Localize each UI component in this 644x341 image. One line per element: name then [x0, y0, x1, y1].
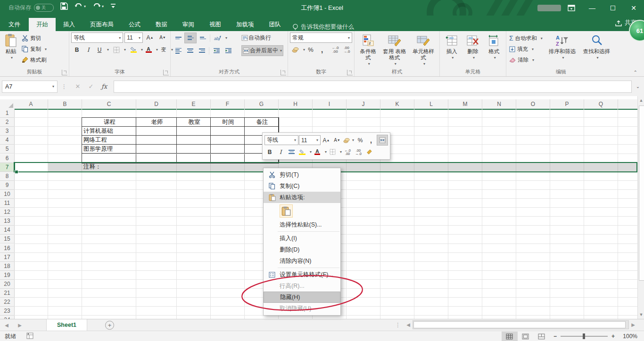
menu-item-hide[interactable]: 隐藏(H)	[264, 292, 340, 303]
ribbon-tab-5[interactable]: 数据	[148, 18, 175, 31]
format-cells-button[interactable]: 格式 ▾	[485, 32, 503, 68]
mini-decrease-decimal-button[interactable]: .00→.0	[353, 147, 363, 157]
mini-font-size-combo[interactable]: 11▾	[299, 135, 321, 145]
comma-style-button[interactable]: ,	[316, 45, 328, 55]
paste-option-keep-formatting-button[interactable]	[280, 204, 293, 218]
menu-item-cut[interactable]: 剪切(T)	[264, 169, 340, 180]
zoom-track[interactable]	[561, 336, 608, 337]
ribbon-tab-6[interactable]: 审阅	[175, 18, 202, 31]
underline-dropdown-icon[interactable]: ▾	[107, 48, 109, 52]
row-header-1[interactable]: 1	[0, 109, 15, 118]
fill-button[interactable]: 填充 ▾	[508, 44, 545, 54]
column-header-E[interactable]: E	[177, 99, 211, 110]
increase-indent-button[interactable]	[223, 46, 234, 56]
row-header-13[interactable]: 13	[0, 217, 15, 226]
cell-styles-button[interactable]: 单元格样式 ▾	[409, 32, 438, 68]
insert-function-button[interactable]: ƒx	[98, 81, 111, 92]
column-header-P[interactable]: P	[550, 99, 584, 110]
ribbon-tab-3[interactable]: 页面布局	[83, 18, 121, 31]
vertical-scrollbar[interactable]: ▲ ▼	[637, 96, 644, 319]
mini-fill-color-button[interactable]	[297, 147, 307, 157]
expand-formula-bar-icon[interactable]: ⌄	[634, 81, 642, 92]
orientation-button[interactable]: ab	[212, 33, 223, 43]
percent-style-button[interactable]: %	[305, 45, 316, 55]
save-button[interactable]	[60, 2, 68, 10]
row-header-22[interactable]: 22	[0, 298, 15, 307]
hscroll-right-icon[interactable]: ▶	[629, 322, 637, 327]
redo-button[interactable]: ▾	[92, 3, 104, 9]
font-name-combo[interactable]: 等线▾	[71, 32, 123, 43]
format-as-table-button[interactable]: 套用 表格格式 ▾	[381, 32, 409, 68]
selection-fill-handle[interactable]	[15, 170, 18, 174]
zoom-in-icon[interactable]: +	[611, 333, 615, 340]
row-header-21[interactable]: 21	[0, 289, 15, 298]
sheet-nav-right-icon[interactable]: ▶	[13, 323, 26, 328]
horizontal-scrollbar[interactable]: ⋮ ◀ ▶	[392, 320, 637, 329]
row-header-14[interactable]: 14	[0, 226, 15, 235]
mini-accounting-button[interactable]: ▾	[343, 135, 355, 145]
minimize-button[interactable]: —	[582, 0, 603, 16]
column-header-G[interactable]: G	[245, 99, 279, 110]
paste-button[interactable]: 粘贴 ▾	[2, 32, 20, 68]
column-header-Q[interactable]: Q	[584, 99, 618, 110]
zoom-level[interactable]: 100%	[619, 333, 637, 340]
align-left-button[interactable]	[173, 46, 184, 56]
row-header-9[interactable]: 9	[0, 181, 15, 190]
decrease-indent-button[interactable]	[211, 46, 222, 56]
column-header-N[interactable]: N	[482, 99, 516, 110]
grid-cell-C3[interactable]: 计算机基础	[82, 127, 137, 135]
font-dialog-launcher-icon[interactable]	[163, 70, 169, 75]
decrease-decimal-button[interactable]: .00→.0	[341, 45, 352, 55]
scroll-down-icon[interactable]: ▼	[638, 312, 644, 317]
insert-cells-button[interactable]: 插入 ▾	[443, 32, 461, 68]
menu-item-paste-special[interactable]: 选择性粘贴(S)...	[264, 219, 340, 230]
fill-dropdown-icon[interactable]: ▾	[532, 47, 534, 51]
format-dropdown-icon[interactable]: ▾	[494, 55, 496, 61]
merge-center-button[interactable]: 合并后居中 ▾	[241, 45, 283, 56]
zoom-thumb[interactable]	[583, 333, 585, 339]
row-header-15[interactable]: 15	[0, 235, 15, 244]
row-header-16[interactable]: 16	[0, 244, 15, 253]
grid-cell-C4[interactable]: 网络工程	[82, 136, 137, 144]
ribbon-display-options-button[interactable]	[561, 0, 582, 16]
mini-format-painter-button[interactable]	[364, 147, 374, 157]
conditional-dropdown-icon[interactable]: ▾	[368, 61, 370, 67]
autosave-toggle[interactable]: 自动保存 关	[8, 4, 54, 12]
ribbon-tab-2[interactable]: 插入	[56, 18, 83, 31]
cell-styles-dropdown-icon[interactable]: ▾	[423, 61, 425, 67]
row-header-2[interactable]: 2	[0, 118, 15, 127]
mini-comma-button[interactable]: ,	[366, 135, 376, 145]
formula-bar-splitter[interactable]: ⋮	[61, 83, 67, 90]
grid-cell-C5[interactable]: 图形学原理	[82, 145, 137, 153]
page-break-view-button[interactable]	[534, 332, 550, 341]
align-right-button[interactable]	[196, 46, 207, 56]
confirm-entry-button[interactable]: ✓	[84, 81, 98, 92]
ribbon-tab-4[interactable]: 公式	[121, 18, 148, 31]
delete-cells-button[interactable]: 删除 ▾	[464, 32, 482, 68]
select-all-corner[interactable]	[0, 99, 15, 110]
format-as-table-dropdown-icon[interactable]: ▾	[395, 61, 396, 67]
underline-button[interactable]: U	[94, 45, 105, 55]
autosum-dropdown-icon[interactable]: ▾	[541, 36, 543, 41]
customize-qat-button[interactable]	[110, 3, 116, 9]
number-dialog-launcher-icon[interactable]	[347, 70, 353, 75]
conditional-formatting-button[interactable]: ≠ 条件格式 ▾	[356, 32, 380, 68]
row-header-24[interactable]: 24	[0, 316, 15, 319]
menu-item-paste-options[interactable]: 粘贴选项:	[264, 192, 340, 203]
sort-filter-button[interactable]: AZ 排序和筛选 ▾	[546, 32, 578, 68]
undo-button[interactable]: ▾	[74, 3, 86, 9]
scroll-up-icon[interactable]: ▲	[638, 98, 644, 103]
collapse-ribbon-icon[interactable]: ⌃	[634, 70, 637, 75]
ribbon-tab-9[interactable]: 团队	[262, 18, 289, 31]
row-header-7[interactable]: 7	[0, 163, 15, 172]
grid-cell-E2[interactable]: 教室	[177, 118, 212, 126]
merge-center-dropdown-icon[interactable]: ▾	[280, 49, 282, 53]
menu-item-clear-contents[interactable]: 清除内容(N)	[264, 255, 340, 267]
accessibility-checker-icon[interactable]	[26, 333, 33, 341]
formula-input[interactable]	[114, 81, 632, 93]
row-header-17[interactable]: 17	[0, 253, 15, 262]
alignment-dialog-launcher-icon[interactable]	[281, 70, 286, 75]
ribbon-tab-8[interactable]: 加载项	[229, 18, 262, 31]
autosum-button[interactable]: Σ 自动求和 ▾	[508, 33, 545, 43]
tell-me-box[interactable]: 告诉我你想要做什么	[292, 23, 355, 31]
